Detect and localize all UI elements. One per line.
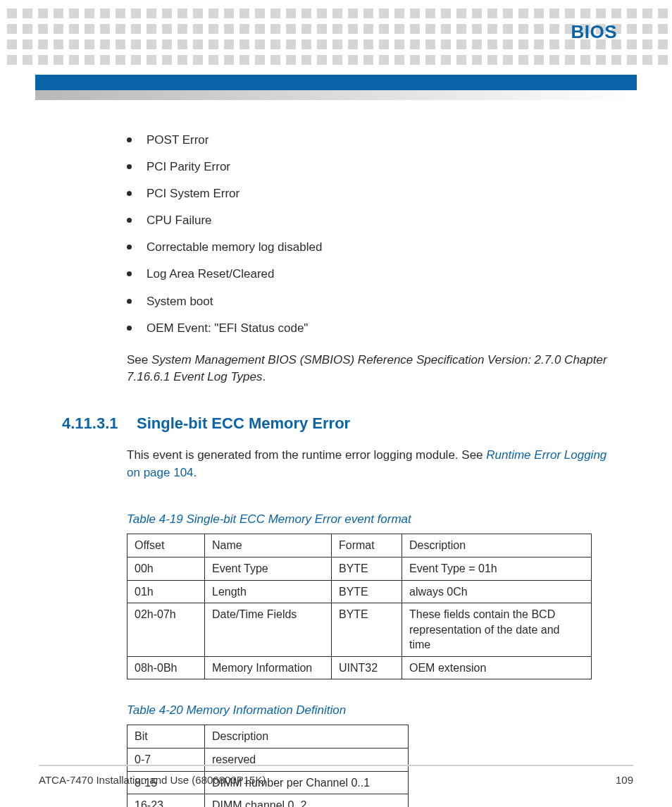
table-cell: 02h-07h [127, 603, 205, 657]
section-heading: 4.11.3.1 Single-bit ECC Memory Error [127, 414, 611, 433]
table-cell: always 0Ch [402, 580, 592, 603]
see-prefix: See [127, 353, 151, 366]
table-header: Offset [127, 534, 205, 557]
header-grey-gradient [35, 90, 637, 100]
table-header-row: Offset Name Format Description [127, 534, 592, 557]
table-cell: Memory Information [205, 656, 332, 679]
table-header: Name [205, 534, 332, 557]
list-item: CPU Failure [127, 213, 611, 228]
footer-doc-title: ATCA-7470 Installation and Use (6806800P… [39, 774, 266, 786]
list-item: PCI System Error [127, 186, 611, 202]
table-row: 00h Event Type BYTE Event Type = 01h [127, 557, 592, 580]
table-cell: Length [205, 580, 332, 603]
table-row: 02h-07h Date/Time Fields BYTE These fiel… [127, 603, 592, 657]
footer-page-number: 109 [616, 774, 633, 786]
table-cell: OEM extension [402, 656, 592, 679]
link-page-ref[interactable]: on page 104 [127, 466, 194, 479]
table-cell: BYTE [332, 603, 402, 657]
table-header: Bit [127, 725, 205, 749]
list-item: POST Error [127, 133, 611, 148]
table-cell: 0-7 [127, 749, 205, 772]
para-text-a: This event is generated from the runtime… [127, 448, 486, 462]
list-item: System boot [127, 294, 611, 309]
page-content: POST Error PCI Parity Error PCI System E… [127, 133, 611, 807]
footer-divider [39, 765, 633, 766]
list-item: PCI Parity Error [127, 159, 611, 175]
table-row: 01h Length BYTE always 0Ch [127, 580, 592, 603]
table-row: 08h-0Bh Memory Information UINT32 OEM ex… [127, 656, 592, 679]
see-reference: See System Management BIOS (SMBIOS) Refe… [127, 352, 611, 386]
table-cell: 01h [127, 580, 205, 603]
table-cell: DIMM channel 0..2 [205, 794, 409, 807]
table-cell: Event Type [205, 557, 332, 580]
page-footer: ATCA-7470 Installation and Use (6806800P… [39, 774, 633, 786]
table-ecc-event-format: Offset Name Format Description 00h Event… [127, 534, 592, 679]
para-text-b: . [194, 466, 197, 479]
table-header: Description [205, 725, 409, 749]
table-row: 0-7 reserved [127, 749, 409, 772]
header-blue-bar [35, 75, 637, 90]
section-number: 4.11.3.1 [62, 414, 127, 433]
list-item: Correctable memory log disabled [127, 240, 611, 255]
table-cell: BYTE [332, 557, 402, 580]
table-cell: 08h-0Bh [127, 656, 205, 679]
see-suffix: . [262, 370, 266, 383]
table-cell: 16-23 [127, 794, 205, 807]
table-caption: Table 4-19 Single-bit ECC Memory Error e… [127, 512, 611, 526]
table-cell: reserved [205, 749, 409, 772]
chapter-title: BIOS [571, 21, 617, 43]
table-cell: UINT32 [332, 656, 402, 679]
section-paragraph: This event is generated from the runtime… [127, 447, 611, 481]
table-cell: 00h [127, 557, 205, 580]
list-item: Log Area Reset/Cleared [127, 266, 611, 282]
table-cell: Event Type = 01h [402, 557, 592, 580]
table-cell: Date/Time Fields [205, 603, 332, 657]
table-caption: Table 4-20 Memory Information Definition [127, 703, 611, 717]
see-doc-title: System Management BIOS (SMBIOS) Referenc… [127, 353, 607, 384]
table-header: Description [402, 534, 592, 557]
table-cell: BYTE [332, 580, 402, 603]
table-header: Format [332, 534, 402, 557]
table-header-row: Bit Description [127, 725, 409, 749]
table-row: 16-23 DIMM channel 0..2 [127, 794, 409, 807]
table-cell: These fields contain the BCD representat… [402, 603, 592, 657]
section-title: Single-bit ECC Memory Error [137, 414, 350, 433]
event-type-list: POST Error PCI Parity Error PCI System E… [127, 133, 611, 336]
list-item: OEM Event: "EFI Status code" [127, 321, 611, 336]
runtime-error-logging-link[interactable]: Runtime Error Logging [486, 448, 606, 462]
